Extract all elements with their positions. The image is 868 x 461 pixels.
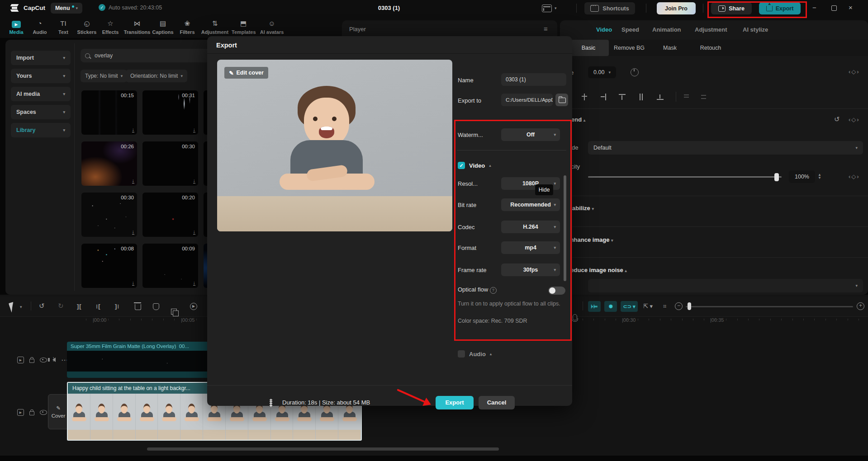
zoom-in-icon[interactable]: +: [857, 302, 864, 310]
sidebar-item-spaces[interactable]: Spaces▾: [11, 105, 71, 119]
tab-adjustment-panel[interactable]: Adjustment: [695, 26, 727, 33]
tab-templates[interactable]: ⬒ Templates: [232, 19, 255, 35]
tab-ai-stylize[interactable]: AI stylize: [743, 26, 768, 33]
magnetic-snap-button[interactable]: ⊧⊨: [588, 301, 601, 312]
visibility-icon[interactable]: [40, 358, 47, 362]
link-button[interactable]: ⊂⊃ ▾: [621, 301, 638, 312]
redo-icon[interactable]: ↻: [58, 302, 64, 310]
speed-tool-icon[interactable]: ▶: [190, 303, 197, 310]
download-icon[interactable]: ↓: [193, 178, 196, 183]
mask-tool-icon[interactable]: [153, 303, 159, 310]
download-icon[interactable]: ↓: [193, 229, 196, 235]
join-pro-button[interactable]: Join Pro: [657, 2, 696, 14]
delete-icon[interactable]: [135, 304, 141, 310]
overlay-tool-icon[interactable]: [171, 309, 177, 315]
filter-orientation-dropdown[interactable]: Orientation: No limit▾: [126, 70, 187, 82]
sidebar-item-yours[interactable]: Yours▾: [11, 69, 71, 83]
sidebar-item-import[interactable]: Import▾: [11, 51, 71, 65]
subtab-basic[interactable]: Basic: [568, 40, 609, 56]
align-icon[interactable]: [600, 94, 607, 100]
distribute-icon[interactable]: [683, 94, 690, 100]
maximize-button[interactable]: [831, 5, 837, 11]
media-thumbnail[interactable]: 00:08↓: [81, 244, 137, 288]
lock-icon[interactable]: [29, 359, 34, 363]
media-thumbnail[interactable]: 00:26↓: [81, 141, 137, 186]
media-thumbnail[interactable]: 00:31↓: [142, 90, 198, 135]
horizontal-scrollbar[interactable]: [147, 447, 499, 451]
layout-switch-icon[interactable]: [542, 5, 552, 12]
split-icon[interactable]: ][: [77, 303, 82, 310]
tab-adjustment[interactable]: ⇅ Adjustment: [201, 19, 229, 35]
opacity-slider[interactable]: [588, 176, 782, 178]
enhance-image-section-label[interactable]: Enhance image ▾: [566, 236, 613, 243]
subtab-mask[interactable]: Mask: [650, 40, 690, 56]
media-thumbnail[interactable]: 00:30↓: [142, 141, 198, 186]
timeline-zoom-slider[interactable]: [686, 306, 853, 307]
search-input[interactable]: [94, 52, 195, 59]
export-confirm-button[interactable]: Export: [436, 396, 474, 409]
rotate-input[interactable]: 0.00▾: [588, 66, 616, 78]
track-main-icon[interactable]: ▶: [17, 409, 24, 416]
search-bar[interactable]: [81, 49, 212, 62]
reset-icon[interactable]: ↺: [834, 115, 840, 123]
download-icon[interactable]: ↓: [132, 127, 135, 132]
menu-button[interactable]: Menu ▾: [51, 3, 82, 14]
download-icon[interactable]: ↓: [132, 280, 135, 286]
download-icon[interactable]: ↓: [193, 127, 196, 132]
tab-stickers[interactable]: ◵ Stickers: [75, 19, 99, 35]
media-thumbnail[interactable]: 00:15↓: [81, 90, 137, 135]
export-path-input[interactable]: C:/Users/DELL/AppDa...: [501, 94, 553, 106]
tab-captions[interactable]: ▤ Captions: [151, 19, 175, 35]
layout-chevron-icon[interactable]: ▾: [555, 6, 557, 10]
sidebar-item-library[interactable]: Library▾: [11, 123, 71, 137]
tab-audio[interactable]: ◔ Audio: [28, 19, 52, 35]
align-icon[interactable]: [619, 94, 626, 100]
align-icon[interactable]: [638, 94, 645, 100]
keyframe-controls[interactable]: ‹◇›: [849, 116, 860, 123]
filter-type-dropdown[interactable]: Type: No limit▾: [81, 70, 127, 82]
shortcuts-button[interactable]: Shortcuts: [584, 2, 635, 14]
reduce-noise-section-label[interactable]: Reduce image noise ▴: [566, 267, 627, 273]
opacity-value[interactable]: 100%: [789, 170, 815, 183]
visibility-icon[interactable]: [40, 410, 47, 415]
timeline-zoom-handle[interactable]: [688, 302, 691, 310]
zoom-out-icon[interactable]: −: [675, 302, 683, 310]
edit-cover-button[interactable]: ✎ Edit cover: [224, 67, 268, 79]
align-icon[interactable]: [657, 94, 664, 100]
split-left-icon[interactable]: ⁝[: [96, 303, 100, 310]
undo-icon[interactable]: ↺: [39, 302, 45, 310]
tab-filters[interactable]: ❀ Filters: [175, 19, 199, 35]
align-icon[interactable]: [581, 94, 588, 100]
download-icon[interactable]: ↓: [132, 229, 135, 235]
media-thumbnail[interactable]: 00:30↓: [81, 193, 137, 237]
download-icon[interactable]: ↓: [132, 178, 135, 183]
distribute-icon[interactable]: [700, 94, 707, 100]
mode-dropdown[interactable]: Default▾: [588, 141, 863, 155]
keyframe-controls[interactable]: ‹◇›: [849, 68, 860, 75]
tab-ai-avatars[interactable]: ☺ AI avatars: [259, 19, 285, 35]
multi-select-icon[interactable]: ⇱ ▾: [643, 303, 653, 310]
select-tool-chevron[interactable]: ▾: [20, 305, 22, 309]
mute-icon[interactable]: [52, 358, 56, 362]
player-menu-icon[interactable]: ≡: [544, 25, 548, 33]
cover-button[interactable]: ✎ Cover: [48, 394, 69, 429]
tab-speed[interactable]: Speed: [621, 26, 639, 33]
opacity-stepper[interactable]: ▲▼: [818, 173, 821, 179]
minimize-button[interactable]: −: [812, 4, 816, 11]
select-tool-icon[interactable]: [9, 302, 16, 313]
tab-transitions[interactable]: ⋈ Transitions: [123, 19, 151, 35]
rotate-dial-icon[interactable]: [631, 68, 639, 76]
auto-splice-button[interactable]: ✺: [604, 301, 617, 312]
noise-dropdown[interactable]: ▾: [588, 279, 863, 292]
close-button[interactable]: ×: [849, 4, 853, 11]
browse-folder-button[interactable]: [555, 94, 568, 106]
preview-axis-icon[interactable]: ⌗: [663, 303, 666, 310]
tab-text[interactable]: TI Text: [52, 19, 75, 35]
split-right-icon[interactable]: ]⁝: [115, 303, 119, 310]
media-thumbnail[interactable]: 00:20↓: [142, 193, 198, 237]
tab-effects[interactable]: ☆ Effects: [99, 19, 122, 35]
opacity-slider-handle[interactable]: [774, 173, 779, 181]
cancel-button[interactable]: Cancel: [479, 396, 515, 409]
subtab-retouch[interactable]: Retouch: [690, 40, 731, 56]
audio-checkbox[interactable]: ✓: [458, 350, 465, 358]
